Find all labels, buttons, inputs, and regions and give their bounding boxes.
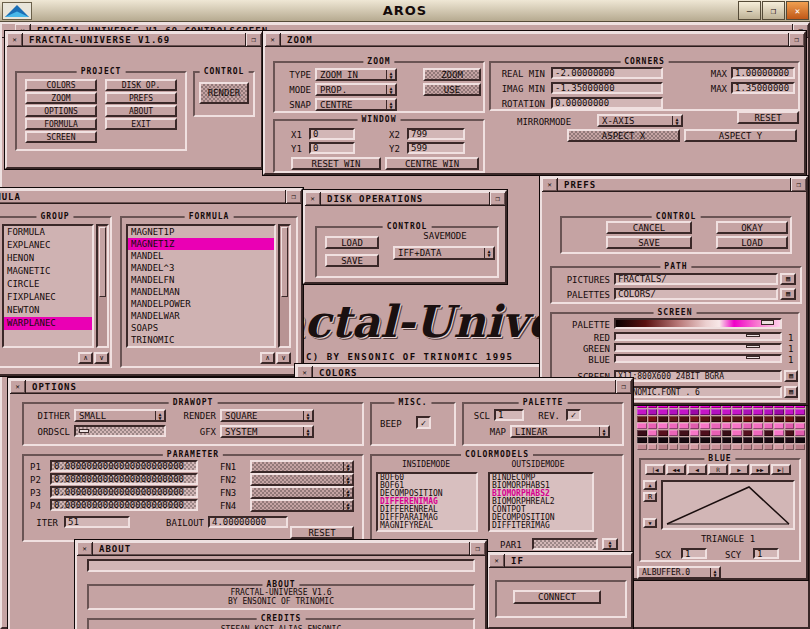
palette-cell[interactable] [732, 423, 742, 429]
buffer-cycle[interactable]: ALBUFFER.0 ▲ ▼ [637, 566, 721, 579]
depth-icon[interactable]: ❒ [788, 33, 804, 46]
aspect-x-button[interactable]: ASPECT X [567, 129, 680, 142]
action-button[interactable]: EXIT [105, 118, 177, 130]
close-icon[interactable]: ✕ [542, 178, 558, 191]
palette-cell[interactable] [785, 430, 795, 436]
palette-cell[interactable] [743, 416, 753, 422]
x2-field[interactable]: 799 [407, 128, 465, 140]
real-min-field[interactable]: -2.00000000 [551, 67, 663, 79]
list-item[interactable]: EXPLANEC [4, 239, 92, 252]
palette-cell[interactable] [774, 437, 784, 443]
palette-cell[interactable] [669, 430, 679, 436]
palette-cell[interactable] [722, 437, 732, 443]
palette-cell[interactable] [743, 409, 753, 415]
screenmode-field[interactable]: X11:800X600 24BIT BGRA [614, 370, 782, 382]
depth-icon[interactable]: ❒ [489, 192, 505, 205]
palette-cell[interactable] [722, 430, 732, 436]
curve-nav-button[interactable]: ◀◀ [666, 464, 686, 475]
formula-titlebar[interactable]: ✕ FORMULA ❒ [0, 190, 301, 204]
formula-list-scrollbar[interactable] [278, 224, 291, 348]
palettes-popup-icon[interactable]: ▤ [780, 288, 796, 300]
palette-cell[interactable] [669, 409, 679, 415]
palette-cell[interactable] [722, 416, 732, 422]
close-icon[interactable]: ✕ [305, 192, 321, 205]
insidemode-list[interactable]: BOF60BOF61DECOMPOSITIONDIFFERENIMAGDIFFE… [376, 472, 478, 532]
palette-cell[interactable] [753, 444, 763, 450]
outsidemode-list[interactable]: BINDECOMPBIOMORPHABS1BIOMORPHABS2BIOMORP… [488, 472, 594, 532]
y2-field[interactable]: 599 [407, 142, 465, 154]
main-titlebar[interactable]: ✕ FRACTAL-UNIVERSE V1.69 ❒ [7, 33, 261, 47]
p3-field[interactable]: 0.0000000000000000000000 [50, 486, 198, 498]
par1-stepper-icon[interactable]: ▲ ▼ [602, 538, 618, 550]
snap-cycle[interactable]: CENTRE ▲ ▼ [315, 98, 397, 111]
palette-cell[interactable] [722, 409, 732, 415]
p4-field[interactable]: 0.0000000000000000000000 [50, 499, 198, 511]
fn4-cycle[interactable]: ▲ ▼ [250, 499, 354, 512]
palette-cell[interactable] [648, 437, 658, 443]
palette-cell[interactable] [690, 409, 700, 415]
palette-cell[interactable] [637, 416, 647, 422]
curve-up-icon[interactable]: ▲ [643, 480, 657, 490]
list-item[interactable]: MAGNET1P [128, 226, 274, 238]
x1-field[interactable]: 0 [309, 128, 355, 140]
palette-cell[interactable] [700, 409, 710, 415]
palette-cell[interactable] [753, 416, 763, 422]
par1-field[interactable] [532, 538, 598, 550]
curve-down-icon[interactable]: ▼ [643, 518, 657, 528]
list-item[interactable]: MANDELPOWER [128, 298, 274, 310]
palette-cell[interactable] [732, 437, 742, 443]
palette-cell[interactable] [753, 423, 763, 429]
list-item[interactable]: FIXPLANEC [4, 291, 92, 304]
list-item[interactable]: MANDEL^3 [128, 262, 274, 274]
palette-cell[interactable] [679, 423, 689, 429]
palette-cell[interactable] [785, 409, 795, 415]
load-button[interactable]: LOAD [716, 236, 788, 249]
palette-cell[interactable] [700, 423, 710, 429]
palette-gradient-slider[interactable] [614, 318, 782, 329]
list-item[interactable]: TRINOMIC [128, 334, 274, 346]
p1-field[interactable]: 0.0000000000000000000000 [50, 460, 198, 472]
about-strip-field[interactable] [87, 559, 475, 572]
palette-cell[interactable] [648, 409, 658, 415]
screen-minimize-icon[interactable]: — [738, 1, 761, 20]
palette-cell[interactable] [648, 423, 658, 429]
list-item[interactable]: MANDELFN [128, 274, 274, 286]
list-item[interactable]: MAGNIFYREAL [378, 522, 476, 530]
list-item[interactable]: CIRCLE [4, 278, 92, 291]
y1-field[interactable]: 0 [309, 142, 355, 154]
list-item[interactable]: WARPLANEC [4, 317, 92, 330]
action-button[interactable]: ABOUT [105, 105, 177, 117]
use-button[interactable]: USE [423, 83, 481, 96]
palette-cell[interactable] [679, 409, 689, 415]
palette-cell[interactable] [764, 409, 774, 415]
fn1-cycle[interactable]: ▲ ▼ [250, 460, 354, 473]
list-item[interactable]: MANDEL [128, 250, 274, 262]
save-button[interactable]: SAVE [606, 236, 692, 249]
palette-cell[interactable] [774, 409, 784, 415]
palette-cell[interactable] [711, 444, 721, 450]
scroll-down-icon[interactable]: ∨ [276, 352, 291, 364]
group-list-scrollbar[interactable] [96, 224, 109, 348]
palette-cell[interactable] [764, 437, 774, 443]
scy-field[interactable]: 1 [753, 548, 779, 559]
palette-cell[interactable] [785, 423, 795, 429]
iter-field[interactable]: 51 [64, 516, 130, 528]
palette-cell[interactable] [785, 437, 795, 443]
palette-cell[interactable] [658, 430, 668, 436]
palette-cell[interactable] [637, 444, 647, 450]
scl-field[interactable]: 1 [494, 409, 524, 421]
scrollbar-knob[interactable] [99, 227, 106, 297]
palette-cell[interactable] [743, 430, 753, 436]
palette-cell[interactable] [795, 437, 805, 443]
curve-nav-button[interactable]: |◀ [645, 464, 665, 475]
curve-r-button[interactable]: R [643, 492, 657, 502]
fn2-cycle[interactable]: ▲ ▼ [250, 473, 354, 486]
options-titlebar[interactable]: ✕ OPTIONS ❒ [10, 380, 631, 394]
palette-cell[interactable] [774, 444, 784, 450]
map-cycle[interactable]: LINEAR ▲ ▼ [510, 425, 610, 438]
curve-nav-button[interactable]: ▶▶ [750, 464, 770, 475]
group-list[interactable]: FORMULAEXPLANECHENONMAGNETICCIRCLEFIXPLA… [2, 224, 94, 348]
list-item[interactable]: MAGNETIC [4, 265, 92, 278]
palette-cell[interactable] [774, 416, 784, 422]
palette-cell[interactable] [679, 416, 689, 422]
